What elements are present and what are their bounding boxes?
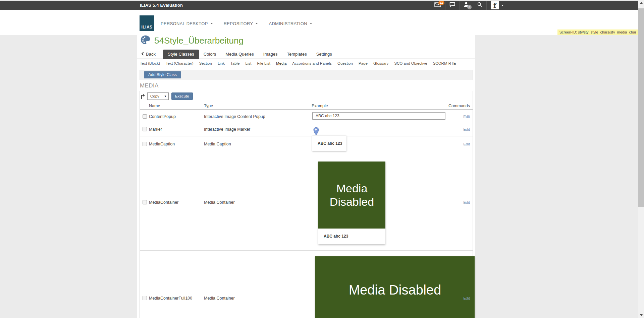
edit-link[interactable]: Edit (463, 142, 470, 146)
table-header-row: Name Type Example Commands (140, 101, 473, 110)
column-header-example: Example (312, 104, 328, 108)
media-caption-example: ABC abc 123 (312, 136, 346, 151)
tab-bar: Back Style Classes Colors Media Queries … (137, 51, 475, 59)
nav-personal-desktop[interactable]: PERSONAL DESKTOP (161, 21, 213, 26)
subtab-scorm-rte[interactable]: SCORM RTE (433, 61, 456, 65)
avatar: f (491, 1, 499, 9)
tab-settings[interactable]: Settings (312, 52, 337, 57)
subtab-question[interactable]: Question (337, 61, 353, 65)
table-row: ContentPopup Interactive Image Content P… (140, 110, 473, 123)
edit-link[interactable]: Edit (463, 200, 470, 204)
edit-link[interactable]: Edit (463, 296, 470, 300)
tab-media-queries[interactable]: Media Queries (221, 52, 259, 57)
style-type: Interactive Image Content Popup (204, 114, 265, 119)
subtab-file-list[interactable]: File List (257, 61, 270, 65)
example-text-input[interactable] (312, 112, 445, 120)
table-row: Marker Interactive Image Marker Edit (140, 123, 473, 136)
page-title: 54Style_Überarbeitung (154, 36, 244, 46)
vertical-scrollbar[interactable] (638, 0, 644, 318)
chat-button[interactable] (445, 1, 459, 10)
subtab-table[interactable]: Table (230, 61, 240, 65)
chevron-down-icon (255, 23, 258, 25)
subtab-bar: Text (Block) Text (Character) Section Li… (140, 61, 456, 65)
mail-button[interactable]: 11 (430, 1, 445, 10)
table-row: MediaCaption Media Caption ABC abc 123 E… (140, 136, 473, 154)
chat-icon (449, 2, 455, 8)
subtab-page[interactable]: Page (359, 61, 368, 65)
page-title-row: 54Style_Überarbeitung (140, 35, 244, 47)
style-name: MediaCaption (149, 142, 175, 147)
back-chevron-icon (141, 52, 144, 57)
media-disabled-box-full: Media Disabled (315, 256, 475, 318)
search-button[interactable] (473, 1, 486, 10)
avatar-caret-icon (501, 5, 504, 7)
subtab-link[interactable]: Link (218, 61, 225, 65)
select-caret-icon: ▼ (164, 95, 167, 98)
main-navigation: PERSONAL DESKTOP REPOSITORY ADMINISTRATI… (161, 20, 312, 27)
nav-administration[interactable]: ADMINISTRATION (269, 21, 312, 26)
action-select[interactable]: Copy ▼ (147, 92, 169, 100)
tab-templates[interactable]: Templates (282, 52, 311, 57)
row-checkbox[interactable] (143, 200, 147, 204)
edit-link[interactable]: Edit (463, 115, 470, 119)
table-action-row: Copy ▼ Execute (140, 91, 473, 101)
subtab-text-block[interactable]: Text (Block) (140, 61, 160, 65)
top-bar: ILIAS 5.4 Evaluation 11 2 f (0, 1, 638, 10)
chevron-down-icon (310, 23, 312, 25)
add-style-class-button[interactable]: Add Style Class (144, 71, 181, 78)
column-header-name: Name (149, 104, 160, 108)
search-icon (477, 2, 482, 8)
mail-count-badge: 11 (438, 1, 444, 5)
scroll-up-icon[interactable] (638, 0, 644, 6)
tab-back[interactable]: Back (141, 52, 156, 57)
screen-id-badge: Screen-ID: sty/sty_style_chars/sty_media… (557, 29, 638, 35)
palette-icon (140, 35, 151, 47)
app-title: ILIAS 5.4 Evaluation (140, 3, 183, 8)
table-row: MediaContainer Media Container Media Dis… (140, 154, 473, 250)
style-type: Interactive Image Marker (204, 127, 250, 132)
column-header-type: Type (204, 104, 213, 108)
table-row: MediaContainerFull100 Media Container Me… (140, 250, 473, 318)
row-checkbox[interactable] (143, 296, 147, 300)
nav-repository[interactable]: REPOSITORY (224, 21, 258, 26)
style-name: MediaContainerFull100 (149, 296, 192, 301)
contacts-button[interactable]: 2 (459, 1, 473, 10)
select-all-arrow-icon[interactable] (141, 93, 145, 101)
style-name: MediaContainer (149, 200, 178, 205)
top-bar-icon-group: 11 2 f (430, 1, 508, 10)
media-disabled-box: Media Disabled (318, 162, 385, 229)
subtab-list[interactable]: List (245, 61, 251, 65)
tab-style-classes[interactable]: Style Classes (163, 50, 199, 59)
style-type: Media Caption (204, 142, 231, 147)
content-column: 54Style_Überarbeitung Back Style Classes… (137, 35, 475, 318)
scrollbar-thumb[interactable] (638, 8, 644, 207)
user-menu-button[interactable]: f (486, 1, 508, 10)
tab-images[interactable]: Images (259, 52, 282, 57)
ilias-logo[interactable]: ILIAS (140, 15, 154, 31)
style-name: ContentPopup (149, 114, 176, 119)
subtab-accordions-and-panels[interactable]: Accordions and Panels (292, 61, 332, 65)
scroll-down-icon[interactable] (638, 312, 644, 318)
row-checkbox[interactable] (143, 142, 147, 146)
row-checkbox[interactable] (143, 127, 147, 131)
media-container-example: Media Disabled ABC abc 123 (318, 162, 385, 244)
edit-link[interactable]: Edit (463, 127, 470, 131)
media-caption-strip: ABC abc 123 (318, 229, 385, 244)
header-band: ILIAS PERSONAL DESKTOP REPOSITORY ADMINI… (0, 10, 644, 35)
subtab-sco-and-objective[interactable]: SCO and Objective (394, 61, 427, 65)
subtab-text-character[interactable]: Text (Character) (166, 61, 193, 65)
style-name: Marker (149, 127, 162, 132)
section-heading: MEDIA (140, 82, 159, 89)
column-header-commands: Commands (448, 104, 470, 108)
toolbar: Add Style Class (140, 70, 473, 80)
subtab-section[interactable]: Section (199, 61, 212, 65)
style-type: Media Container (204, 296, 235, 301)
contacts-count-badge: 2 (467, 5, 472, 9)
subtab-glossary[interactable]: Glossary (373, 61, 388, 65)
row-checkbox[interactable] (143, 114, 147, 119)
style-type: Media Container (204, 200, 235, 205)
chevron-down-icon (210, 23, 213, 25)
tab-colors[interactable]: Colors (199, 52, 221, 57)
execute-button[interactable]: Execute (171, 92, 193, 100)
subtab-media[interactable]: Media (276, 61, 286, 65)
